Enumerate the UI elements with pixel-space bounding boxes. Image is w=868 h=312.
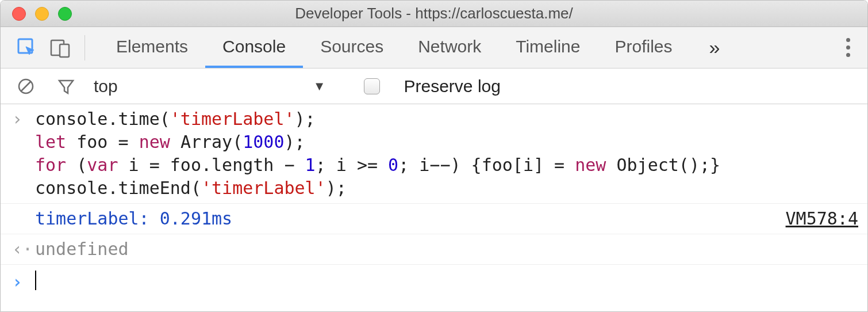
log-message: timerLabel: 0.291ms xyxy=(35,207,786,230)
svg-line-4 xyxy=(21,81,31,92)
entered-code: console.time('timerLabel'); let foo = ne… xyxy=(35,108,858,200)
tab-sources[interactable]: Sources xyxy=(303,27,401,68)
console-log-row: timerLabel: 0.291ms VM578:4 xyxy=(1,204,867,234)
execution-context-label: top xyxy=(94,77,118,96)
more-options-icon[interactable] xyxy=(846,38,862,57)
overflow-tabs-icon[interactable]: » xyxy=(709,36,717,59)
devtools-tabbar: ElementsConsoleSourcesNetworkTimelinePro… xyxy=(1,27,867,69)
console-body: › console.time('timerLabel'); let foo = … xyxy=(1,104,867,299)
console-prompt-row[interactable]: › xyxy=(1,265,867,299)
window-titlebar: Developer Tools - https://carloscuesta.m… xyxy=(1,1,867,27)
tab-timeline[interactable]: Timeline xyxy=(498,27,597,68)
console-input[interactable] xyxy=(36,271,858,294)
input-chevron-icon: › xyxy=(12,108,35,200)
zoom-window-button[interactable] xyxy=(58,7,72,21)
tab-network[interactable]: Network xyxy=(401,27,498,68)
panel-tabs: ElementsConsoleSourcesNetworkTimelinePro… xyxy=(99,27,690,68)
inspect-element-icon[interactable] xyxy=(14,35,40,60)
return-chevron-icon: ‹· xyxy=(12,238,35,261)
preserve-log-label: Preserve log xyxy=(404,77,501,96)
toggle-device-toolbar-icon[interactable] xyxy=(48,35,73,60)
log-gutter xyxy=(12,207,35,230)
tab-elements[interactable]: Elements xyxy=(99,27,205,68)
svg-rect-2 xyxy=(60,44,69,57)
close-window-button[interactable] xyxy=(12,7,26,21)
tab-profiles[interactable]: Profiles xyxy=(598,27,690,68)
traffic-lights xyxy=(1,7,72,21)
tab-console[interactable]: Console xyxy=(205,27,303,68)
clear-console-icon[interactable] xyxy=(13,74,39,99)
dropdown-caret-icon: ▼ xyxy=(313,79,326,94)
console-toolbar: top ▼ Preserve log xyxy=(1,69,867,104)
window-title: Developer Tools - https://carloscuesta.m… xyxy=(1,5,867,22)
log-source-link[interactable]: VM578:4 xyxy=(786,207,858,230)
preserve-log-checkbox[interactable] xyxy=(364,78,380,94)
minimize-window-button[interactable] xyxy=(35,7,49,21)
return-value: undefined xyxy=(35,238,858,261)
console-input-row: › console.time('timerLabel'); let foo = … xyxy=(1,104,867,204)
prompt-chevron-icon: › xyxy=(12,271,35,294)
execution-context-selector[interactable]: top ▼ xyxy=(94,77,326,96)
toolbar-divider xyxy=(85,35,85,60)
filter-icon[interactable] xyxy=(53,74,79,99)
console-return-row: ‹· undefined xyxy=(1,234,867,265)
